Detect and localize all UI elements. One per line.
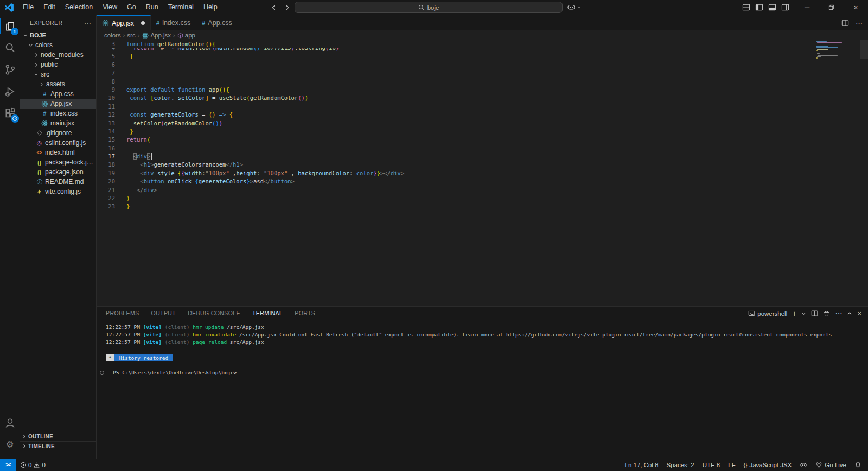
tree-item--gitignore[interactable]: .gitignore <box>20 128 96 138</box>
split-terminal-icon[interactable] <box>811 310 818 317</box>
menu-go[interactable]: Go <box>122 0 141 15</box>
terminal-prompt-line[interactable]: PS C:\Users\dexte\OneDrive\Desktop\boje> <box>97 369 868 377</box>
minimize-button[interactable]: ─ <box>795 0 819 15</box>
line-number: 10 <box>97 94 115 102</box>
status-javascript-jsx[interactable]: {}JavaScript JSX <box>744 462 792 468</box>
maximize-panel-icon[interactable] <box>847 311 852 316</box>
toggle-sidebar-icon[interactable] <box>755 3 763 11</box>
tree-item-vite-config-js[interactable]: vite.config.js <box>20 187 96 196</box>
chevron-down-icon <box>33 72 39 77</box>
tree-item-node-modules[interactable]: node_modules <box>20 50 96 60</box>
tree-item-index-css[interactable]: #index.css <box>20 109 96 118</box>
remote-indicator-button[interactable]: >< <box>0 459 16 471</box>
explorer-more-actions-icon[interactable]: ⋯ <box>84 19 92 27</box>
activity-source-control[interactable] <box>0 59 20 80</box>
status-bell[interactable] <box>854 461 861 468</box>
tree-item-app-jsx[interactable]: App.jsx <box>20 99 96 109</box>
panel-tab-terminal[interactable]: TERMINAL <box>252 307 283 320</box>
outline-section[interactable]: OUTLINE <box>20 431 96 441</box>
breadcrumb-colors[interactable]: colors <box>104 32 121 39</box>
status-spaces-2[interactable]: Spaces: 2 <box>667 462 694 468</box>
tree-item-main-jsx[interactable]: main.jsx <box>20 118 96 128</box>
tree-item-root[interactable]: BOJE <box>20 30 96 40</box>
panel-tab-ports[interactable]: PORTS <box>295 307 315 320</box>
tree-item-readme-md[interactable]: README.md <box>20 177 96 187</box>
status-label: Spaces: 2 <box>667 462 694 468</box>
line-number: 9 <box>97 86 115 94</box>
tree-item-src[interactable]: src <box>20 69 96 79</box>
breadcrumb-app[interactable]: app <box>177 32 195 39</box>
status-utf-8[interactable]: UTF-8 <box>703 462 720 468</box>
menu-selection[interactable]: Selection <box>60 0 98 15</box>
new-terminal-icon[interactable]: + <box>792 309 796 318</box>
status-copilot[interactable] <box>800 461 807 469</box>
menu-run[interactable]: Run <box>141 0 163 15</box>
line-content: ) <box>115 194 130 202</box>
restore-button[interactable] <box>819 0 844 15</box>
copilot-button[interactable] <box>567 3 581 11</box>
line-number: 18 <box>97 161 115 169</box>
chevron-right-icon <box>33 53 39 58</box>
terminal-dropdown-icon[interactable] <box>801 311 806 316</box>
menu-edit[interactable]: Edit <box>39 0 60 15</box>
timeline-section[interactable]: TIMELINE <box>20 441 96 451</box>
activity-search[interactable] <box>0 37 20 59</box>
terminal-output[interactable]: 12:22:57 PM [vite] (client) hmr update /… <box>97 320 868 377</box>
search-icon <box>4 42 16 54</box>
split-editor-icon[interactable] <box>841 19 849 27</box>
tree-item-public[interactable]: public <box>20 60 96 69</box>
menu-terminal[interactable]: Terminal <box>163 0 199 15</box>
code-editor[interactable]: 3function getRandomColor(){ 4 return "#"… <box>97 40 868 306</box>
status-lf[interactable]: LF <box>728 462 735 468</box>
tab-app-jsx[interactable]: App.jsx <box>97 15 151 30</box>
line-number: 12 <box>97 111 115 119</box>
nav-forward-icon[interactable] <box>283 4 291 11</box>
kill-terminal-icon[interactable] <box>823 310 830 317</box>
tab-label: index.css <box>162 19 190 27</box>
breadcrumb-separator-icon: › <box>173 32 175 39</box>
breadcrumb-app-jsx[interactable]: App.jsx <box>142 32 171 39</box>
editor-scrollbar[interactable] <box>860 40 868 59</box>
toggle-panel-icon[interactable] <box>768 3 776 11</box>
status-go-live[interactable]: Go Live <box>815 461 846 468</box>
line-content: <h1>generateColorsrancoem</h1> <box>115 161 243 169</box>
chevron-right-icon <box>22 444 27 449</box>
menu-view[interactable]: View <box>98 0 122 15</box>
tree-item-index-html[interactable]: <>index.html <box>20 148 96 157</box>
line-number: 23 <box>97 202 115 211</box>
editor-more-actions-icon[interactable]: ⋯ <box>856 19 863 27</box>
panel-more-actions-icon[interactable]: ⋯ <box>835 309 842 317</box>
command-center-search[interactable]: boje <box>295 2 563 13</box>
tree-item-app-css[interactable]: #App.css <box>20 89 96 99</box>
activity-run-debug[interactable] <box>0 80 20 102</box>
status-ln-17-col-8[interactable]: Ln 17, Col 8 <box>625 462 659 468</box>
panel-tab-problems[interactable]: PROBLEMS <box>106 307 139 320</box>
activity-settings[interactable]: ⚙ <box>0 434 20 455</box>
customize-layout-icon[interactable] <box>742 3 750 11</box>
tree-item-colors[interactable]: colors <box>20 40 96 50</box>
nav-back-icon[interactable] <box>270 4 278 11</box>
terminal-shell-label[interactable]: powershell <box>748 310 787 317</box>
menu-file[interactable]: File <box>18 0 39 15</box>
tab-app-css[interactable]: #App.css <box>196 15 238 30</box>
close-window-button[interactable]: × <box>844 0 868 15</box>
tree-item-assets[interactable]: assets <box>20 79 96 89</box>
activity-explorer[interactable]: 1 <box>0 15 20 37</box>
activity-account[interactable] <box>0 412 20 434</box>
tree-item-eslint-config-js[interactable]: ◎eslint.config.js <box>20 138 96 148</box>
menu-help[interactable]: Help <box>199 0 222 15</box>
minimap[interactable] <box>816 41 859 59</box>
tab-index-css[interactable]: #index.css <box>151 15 196 30</box>
close-panel-icon[interactable]: × <box>857 309 861 317</box>
status-bar: >< 0 0 Ln 17, Col 8Spaces: 2UTF-8LF{}Jav… <box>0 459 868 470</box>
panel-tab-debug-console[interactable]: DEBUG CONSOLE <box>188 307 240 320</box>
panel-tab-output[interactable]: OUTPUT <box>151 307 176 320</box>
minimap-line <box>816 41 827 42</box>
problems-status[interactable]: 0 0 <box>20 462 46 468</box>
activity-extensions[interactable] <box>0 102 20 124</box>
toggle-secondary-sidebar-icon[interactable] <box>781 3 789 11</box>
tree-item-package-json[interactable]: {}package.json <box>20 167 96 177</box>
breadcrumb-src[interactable]: src <box>127 32 135 39</box>
tree-item-package-lock-json[interactable]: {}package-lock.json <box>20 157 96 167</box>
minimap-line <box>816 50 818 51</box>
